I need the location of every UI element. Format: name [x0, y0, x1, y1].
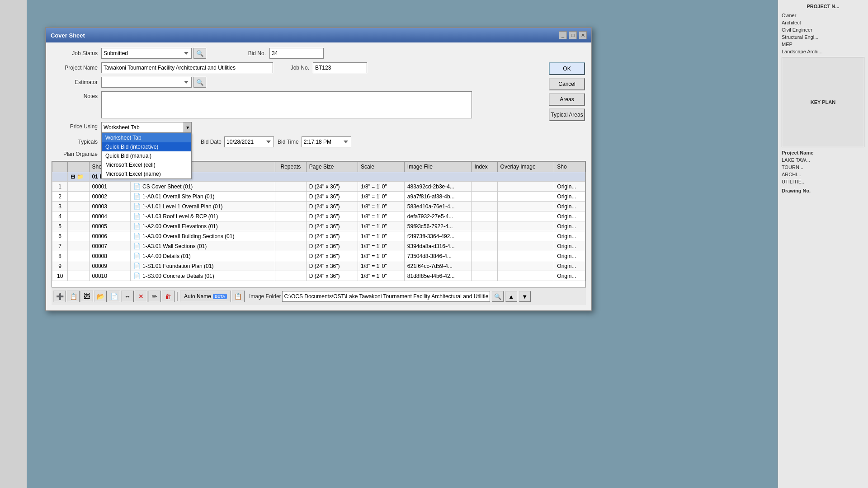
col-header-image-file[interactable]: Image File — [404, 162, 472, 172]
delete-button[interactable]: 🗑 — [162, 291, 175, 302]
price-option-worksheet-tab[interactable]: Worksheet Tab — [102, 133, 191, 142]
job-no-input[interactable]: BT123 — [313, 62, 367, 73]
delete-red-button[interactable]: ✕ — [135, 291, 147, 302]
search-icon-2: 🔍 — [196, 79, 204, 86]
row-show: Origin... — [554, 192, 585, 202]
row-repeats — [275, 231, 307, 241]
unknown-btn-1[interactable]: 📄 — [108, 291, 120, 302]
row-num: 10 — [52, 271, 68, 281]
project-name-1: LAKE TAW... — [782, 157, 864, 163]
sheets-table: Sheet No. Sheet Name Repeats Page Size S… — [52, 161, 585, 281]
col-header-overlay[interactable]: Overlay Image — [497, 162, 554, 172]
row-check[interactable] — [68, 271, 89, 281]
add-row-button[interactable]: ➕ — [53, 291, 66, 302]
table-row[interactable]: 7 00007 📄1-A3.01 Wall Sections (01) D (2… — [52, 241, 585, 251]
row-sheet-no: 00009 — [89, 261, 130, 271]
bid-date-select[interactable]: 10/28/2021 — [224, 136, 274, 147]
job-status-control: Submitted 🔍 — [101, 48, 206, 59]
image-button[interactable]: 🖼 — [80, 291, 93, 302]
col-header-index[interactable]: Index — [472, 162, 497, 172]
row-num: 5 — [52, 221, 68, 231]
table-row[interactable]: 1 00001 📄CS Cover Sheet (01) D (24" x 36… — [52, 182, 585, 192]
row-check[interactable] — [68, 241, 89, 251]
close-button[interactable]: ✕ — [579, 31, 587, 39]
scroll-down-button[interactable]: ▼ — [519, 291, 531, 302]
group-num — [52, 172, 68, 182]
row-index — [472, 221, 497, 231]
ok-button[interactable]: OK — [549, 62, 585, 75]
price-using-dropdown-arrow[interactable]: ▼ — [184, 122, 192, 133]
group-collapse[interactable]: ⊟ 📁 — [68, 172, 89, 182]
price-option-quick-bid-manual[interactable]: Quick Bid (manual) — [102, 151, 191, 160]
project-name-input[interactable]: Tawakoni Tournament Facility Architectur… — [101, 62, 273, 73]
image-folder-input[interactable]: C:\OCS Documents\OST\Lake Tawakoni Tourn… — [282, 291, 490, 302]
table-row[interactable]: 5 00005 📄1-A2.00 Overall Elevations (01)… — [52, 221, 585, 231]
landscape-label: Landscape Archi... — [782, 49, 864, 54]
col-header-show[interactable]: Sho — [554, 162, 585, 172]
col-header-scale[interactable]: Scale — [358, 162, 404, 172]
edit-button[interactable]: ✏ — [148, 291, 161, 302]
row-sheet-name: 📄1-A2.00 Overall Elevations (01) — [130, 221, 275, 231]
job-status-search-button[interactable]: 🔍 — [193, 48, 206, 59]
areas-button[interactable]: Areas — [549, 93, 585, 106]
minimize-button[interactable]: _ — [559, 31, 567, 39]
notes-textarea[interactable] — [101, 91, 472, 118]
bid-no-input[interactable]: 34 — [269, 48, 324, 59]
estimator-search-button[interactable]: 🔍 — [193, 77, 206, 88]
row-check[interactable] — [68, 221, 89, 231]
row-img-file: a9a7f816-af38-4b... — [404, 192, 472, 202]
row-index — [472, 202, 497, 211]
table-row[interactable]: 10 00010 📄1-S3.00 Concrete Details (01) … — [52, 271, 585, 281]
price-using-input[interactable] — [101, 122, 184, 133]
col-header-repeats[interactable]: Repeats — [275, 162, 307, 172]
typical-areas-button[interactable]: Typical Areas — [549, 108, 585, 121]
job-status-select[interactable]: Submitted — [101, 48, 192, 59]
estimator-control: 🔍 — [101, 77, 206, 88]
owner-label: Owner — [782, 13, 864, 18]
copy-button[interactable]: 📋 — [67, 291, 80, 302]
price-option-quick-bid-interactive[interactable]: Quick Bid (interactive) — [102, 142, 191, 151]
open-folder-button[interactable]: 📂 — [94, 291, 107, 302]
scroll-up-button[interactable]: ▲ — [505, 291, 517, 302]
row-overlay — [497, 192, 554, 202]
price-using-input-row: ▼ — [101, 122, 192, 133]
unknown-btn-2[interactable]: 📋 — [232, 291, 245, 302]
row-check[interactable] — [68, 261, 89, 271]
row-check[interactable] — [68, 192, 89, 202]
price-option-excel-name[interactable]: Microsoft Excel (name) — [102, 169, 191, 178]
auto-name-button[interactable]: Auto Name BETA — [180, 291, 231, 302]
table-row[interactable]: 3 00003 📄1-A1.01 Level 1 Overall Plan (0… — [52, 202, 585, 211]
key-plan-title: KEY PLAN — [811, 99, 835, 105]
row-sheet-no: 00001 — [89, 182, 130, 192]
cancel-button[interactable]: Cancel — [549, 78, 585, 90]
row-check[interactable] — [68, 202, 89, 211]
row-img-file: 9394da8a-d316-4... — [404, 241, 472, 251]
plan-organize-label: Plan Organize — [52, 151, 101, 157]
estimator-select[interactable] — [101, 77, 192, 88]
maximize-button[interactable]: □ — [569, 31, 577, 39]
row-sheet-no: 00005 — [89, 221, 130, 231]
table-row[interactable]: 4 00004 📄1-A1.03 Roof Level & RCP (01) D… — [52, 211, 585, 221]
table-row[interactable]: 2 00002 📄1-A0.01 Overall Site Plan (01) … — [52, 192, 585, 202]
row-check[interactable] — [68, 211, 89, 221]
typicals-label: Typicals — [52, 139, 101, 145]
row-index — [472, 241, 497, 251]
price-option-excel-cell[interactable]: Microsoft Excel (cell) — [102, 160, 191, 169]
dialog-body: OK Cancel Areas Typical Areas Job Status… — [46, 42, 591, 310]
bid-time-select[interactable]: 2:17:18 PM — [302, 136, 351, 147]
move-button[interactable]: ↔ — [121, 291, 134, 302]
row-num: 9 — [52, 261, 68, 271]
row-check[interactable] — [68, 182, 89, 192]
table-row[interactable]: 9 00009 📄1-S1.01 Foundation Plan (01) D … — [52, 261, 585, 271]
table-row[interactable]: 6 00006 📄1-A3.00 Overall Building Sectio… — [52, 231, 585, 241]
row-check[interactable] — [68, 251, 89, 261]
bid-no-label: Bid No. — [242, 50, 269, 56]
table-row[interactable]: 8 00008 📄1-A4.00 Details (01) D (24" x 3… — [52, 251, 585, 261]
row-overlay — [497, 231, 554, 241]
col-header-page-size[interactable]: Page Size — [306, 162, 358, 172]
row-check[interactable] — [68, 231, 89, 241]
image-folder-browse-button[interactable]: 🔍 — [492, 291, 504, 302]
structural-eng-label: Structural Engi... — [782, 34, 864, 40]
row-sheet-name: 📄1-A1.03 Roof Level & RCP (01) — [130, 211, 275, 221]
row-scale: 1/8" = 1' 0" — [358, 192, 404, 202]
